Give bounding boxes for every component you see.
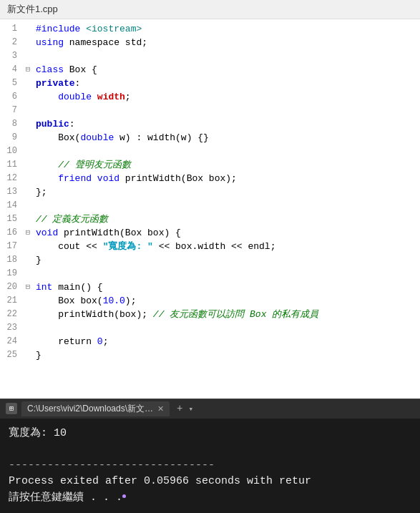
fold-gutter[interactable]: ⊟ — [23, 226, 33, 240]
line-number: 7 — [0, 104, 23, 117]
code-content: }; — [33, 185, 420, 199]
terminal-new-tab-button[interactable]: + — [177, 403, 182, 414]
code-line: 18} — [0, 253, 420, 267]
code-lines-container: 1#include <iostream>2using namespace std… — [0, 19, 420, 365]
code-content: cout << "寬度為: " << box.width << endl; — [33, 240, 420, 253]
code-content: private: — [33, 77, 420, 90]
line-number: 16 — [0, 226, 23, 240]
code-content: friend void printWidth(Box box); — [33, 172, 420, 185]
code-content: // 聲明友元函數 — [33, 158, 420, 172]
line-number: 22 — [0, 308, 23, 321]
line-number: 19 — [0, 267, 23, 280]
fold-gutter[interactable]: ⊟ — [23, 63, 33, 77]
line-number: 1 — [0, 22, 23, 36]
line-number: 21 — [0, 294, 23, 308]
terminal-titlebar: ⊞ C:\Users\vivi2\Downloads\新文… ✕ + ▾ — [0, 399, 420, 419]
line-number: 11 — [0, 158, 23, 172]
code-content: Box box(10.0); — [33, 294, 420, 308]
code-content: // 定義友元函數 — [33, 212, 420, 226]
terminal-tab[interactable]: C:\Users\vivi2\Downloads\新文… ✕ — [21, 401, 170, 416]
code-line: 14 — [0, 199, 420, 212]
code-line: 19 — [0, 267, 420, 280]
code-content: Box(double w) : width(w) {} — [33, 131, 420, 145]
line-number: 3 — [0, 49, 23, 63]
line-number: 24 — [0, 335, 23, 348]
code-line: 4⊟class Box { — [0, 63, 420, 77]
line-number: 17 — [0, 240, 23, 253]
code-editor: 1#include <iostream>2using namespace std… — [0, 19, 420, 399]
code-line: 24 return 0; — [0, 335, 420, 348]
code-line: 22 printWidth(box); // 友元函數可以訪問 Box 的私有成… — [0, 308, 420, 321]
code-line: 3 — [0, 49, 420, 63]
file-title: 新文件1.cpp — [7, 4, 58, 14]
code-content: using namespace std; — [33, 36, 420, 49]
code-content: double width; — [33, 90, 420, 104]
code-line: 10 — [0, 145, 420, 158]
line-number: 4 — [0, 63, 23, 77]
line-number: 12 — [0, 172, 23, 185]
line-number: 14 — [0, 199, 23, 212]
code-line: 13}; — [0, 185, 420, 199]
code-line: 12 friend void printWidth(Box box); — [0, 172, 420, 185]
code-line: 5private: — [0, 77, 420, 90]
cursor — [122, 494, 126, 498]
code-line: 11 // 聲明友元函數 — [0, 158, 420, 172]
code-line: 20⊟int main() { — [0, 280, 420, 294]
line-number: 20 — [0, 280, 23, 294]
terminal: ⊞ C:\Users\vivi2\Downloads\新文… ✕ + ▾ 寬度為… — [0, 399, 420, 514]
terminal-body: 寬度為: 10 --------------------------------… — [0, 419, 420, 514]
code-content: public: — [33, 117, 420, 131]
code-line: 21 Box box(10.0); — [0, 294, 420, 308]
terminal-icon: ⊞ — [6, 403, 17, 414]
line-number: 10 — [0, 145, 23, 158]
code-content: return 0; — [33, 335, 420, 348]
code-line: 23 — [0, 321, 420, 335]
code-line: 25} — [0, 348, 420, 362]
code-content: void printWidth(Box box) { — [33, 226, 420, 240]
terminal-process-line: Process exited after 0.05966 seconds wit… — [9, 474, 411, 490]
line-number: 15 — [0, 212, 23, 226]
terminal-close-button[interactable]: ✕ — [157, 404, 164, 414]
terminal-tab-title: C:\Users\vivi2\Downloads\新文… — [27, 403, 153, 415]
line-number: 6 — [0, 90, 23, 104]
line-number: 8 — [0, 117, 23, 131]
line-number: 13 — [0, 185, 23, 199]
line-number: 23 — [0, 321, 23, 335]
line-number: 18 — [0, 253, 23, 267]
code-line: 17 cout << "寬度為: " << box.width << endl; — [0, 240, 420, 253]
code-line: 16⊟void printWidth(Box box) { — [0, 226, 420, 240]
title-bar: 新文件1.cpp — [0, 0, 420, 19]
code-content: } — [33, 253, 420, 267]
code-content: int main() { — [33, 280, 420, 294]
code-line: 9 Box(double w) : width(w) {} — [0, 131, 420, 145]
line-number: 25 — [0, 348, 23, 362]
code-content: #include <iostream> — [33, 22, 420, 36]
code-content: class Box { — [33, 63, 420, 77]
terminal-prompt-line: 請按任意鍵繼續 . . . — [9, 490, 411, 507]
fold-gutter[interactable]: ⊟ — [23, 280, 33, 294]
line-number: 2 — [0, 36, 23, 49]
code-line: 6 double width; — [0, 90, 420, 104]
code-line: 8public: — [0, 117, 420, 131]
terminal-blank-line — [9, 441, 411, 458]
code-line: 7 — [0, 104, 420, 117]
code-content: printWidth(box); // 友元函數可以訪問 Box 的私有成員 — [33, 308, 420, 321]
code-line: 2using namespace std; — [0, 36, 420, 49]
line-number: 5 — [0, 77, 23, 90]
line-number: 9 — [0, 131, 23, 145]
terminal-output-line: 寬度為: 10 — [9, 426, 411, 442]
code-line: 15// 定義友元函數 — [0, 212, 420, 226]
code-content: } — [33, 348, 420, 362]
terminal-dropdown-button[interactable]: ▾ — [188, 404, 193, 414]
code-line: 1#include <iostream> — [0, 22, 420, 36]
terminal-divider: -------------------------------- — [9, 458, 411, 474]
